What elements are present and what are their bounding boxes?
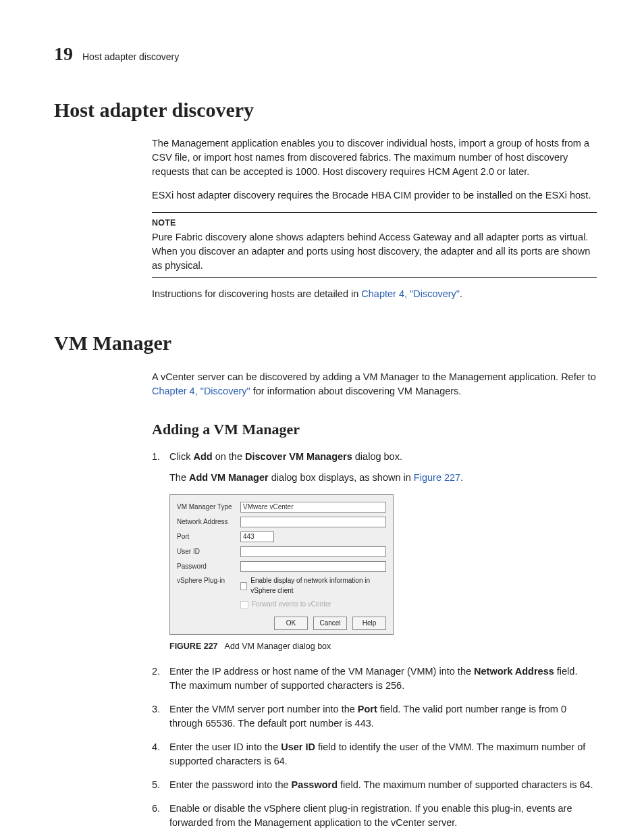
ui-label: Password: [292, 779, 338, 790]
dlg-field-pass[interactable]: [240, 561, 386, 572]
text: Instructions for discovering hosts are d…: [152, 288, 361, 299]
ui-label: Network Address: [474, 666, 554, 677]
ok-button[interactable]: OK: [274, 617, 308, 630]
ui-label: Add: [193, 451, 212, 462]
text: .: [460, 288, 462, 299]
ui-label: Add VM Manager: [189, 472, 269, 483]
step-2: Enter the IP address or host name of the…: [152, 664, 597, 693]
page-header: 19 Host adapter discovery: [54, 41, 597, 68]
step-3: Enter the VMM server port number into th…: [152, 702, 597, 731]
step-6: Enable or disable the vSphere client plu…: [152, 802, 597, 830]
figure-ref-link[interactable]: Figure 227: [414, 472, 460, 483]
chapter-title: Host adapter discovery: [82, 50, 179, 63]
note-callout: NOTE Pure Fabric discovery alone shows a…: [152, 212, 597, 278]
cancel-button[interactable]: Cancel: [313, 617, 347, 630]
cross-ref-link[interactable]: Chapter 4, "Discovery": [361, 288, 460, 299]
dlg-field-type[interactable]: VMware vCenter: [240, 502, 386, 513]
add-vm-manager-dialog: VM Manager Type VMware vCenter Network A…: [169, 494, 394, 635]
note-label: NOTE: [152, 217, 597, 229]
dlg-label-type: VM Manager Type: [177, 502, 235, 513]
ui-label: Discover VM Managers: [245, 451, 352, 462]
dlg-field-user[interactable]: [240, 546, 386, 557]
section-heading-vm-manager: VM Manager: [54, 328, 597, 358]
dlg-checkbox-forward-events: Forward events to vCenter: [240, 600, 386, 610]
help-button[interactable]: Help: [352, 617, 386, 630]
checkbox-icon: [240, 582, 247, 590]
ui-label: Port: [358, 704, 377, 714]
note-text: Pure Fabric discovery alone shows adapte…: [152, 230, 597, 273]
checkbox-label: Forward events to vCenter: [252, 600, 331, 610]
paragraph: Instructions for discovering hosts are d…: [152, 287, 597, 301]
dlg-field-addr[interactable]: [240, 517, 386, 527]
procedure-list: Click Add on the Discover VM Managers di…: [152, 450, 597, 830]
checkbox-icon: [240, 601, 248, 609]
text: Enable or disable the vSphere client plu…: [169, 803, 572, 828]
text: for information about discovering VM Man…: [250, 386, 462, 396]
subsection-heading-adding-vm: Adding a VM Manager: [152, 419, 597, 440]
text: Enter the password into the: [169, 779, 292, 790]
dlg-field-port[interactable]: 443: [240, 531, 274, 542]
step-4: Enter the user ID into the User ID field…: [152, 740, 597, 768]
ui-label: User ID: [281, 741, 315, 752]
dlg-label-plugin: vSphere Plug-in: [177, 576, 235, 586]
text: Enter the VMM server port number into th…: [169, 704, 358, 714]
chapter-number: 19: [54, 41, 73, 68]
step-1: Click Add on the Discover VM Managers di…: [152, 450, 597, 652]
paragraph: A vCenter server can be discovered by ad…: [152, 370, 597, 398]
figure-label: FIGURE 227: [169, 642, 218, 651]
figure-text: Add VM Manager dialog box: [225, 642, 331, 651]
text: on the: [213, 451, 245, 462]
dlg-label-addr: Network Address: [177, 517, 235, 527]
text: The: [169, 472, 189, 483]
dlg-label-user: User ID: [177, 547, 235, 557]
step-5: Enter the password into the Password fie…: [152, 778, 597, 792]
dlg-label-port: Port: [177, 532, 235, 542]
text: Enter the user ID into the: [169, 741, 281, 752]
dlg-label-pass: Password: [177, 562, 235, 572]
text: .: [460, 472, 463, 483]
text: dialog box displays, as shown in: [269, 472, 414, 483]
paragraph: The Management application enables you t…: [152, 136, 597, 179]
text: dialog box.: [352, 451, 402, 462]
cross-ref-link[interactable]: Chapter 4, "Discovery": [152, 386, 250, 396]
text: Click: [169, 451, 193, 462]
figure-caption: FIGURE 227Add VM Manager dialog box: [169, 640, 597, 652]
section-heading-host-adapter: Host adapter discovery: [54, 95, 597, 125]
text: field. The maximum number of supported c…: [338, 779, 593, 790]
checkbox-label: Enable display of network information in…: [250, 576, 386, 596]
text: A vCenter server can be discovered by ad…: [152, 371, 596, 382]
text: Enter the IP address or host name of the…: [169, 666, 474, 677]
step-sub: The Add VM Manager dialog box displays, …: [169, 471, 597, 485]
paragraph: ESXi host adapter discovery requires the…: [152, 188, 597, 203]
dlg-checkbox-enable-display[interactable]: Enable display of network information in…: [240, 576, 386, 596]
